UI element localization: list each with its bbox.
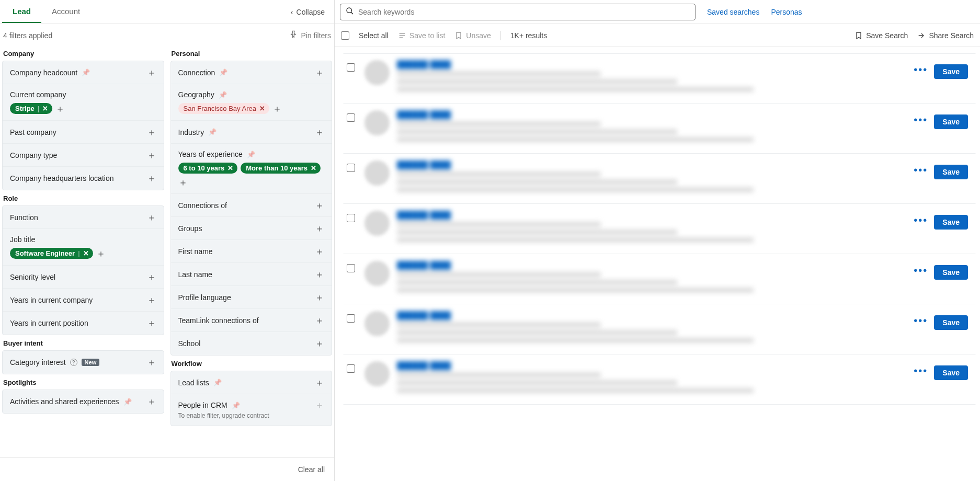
chip-software-engineer[interactable]: Software Engineer|✕ bbox=[10, 248, 93, 259]
more-actions-icon[interactable]: ••• bbox=[914, 114, 928, 125]
result-row[interactable]: ██████ ████ ••• Save bbox=[343, 53, 976, 104]
search-box[interactable] bbox=[340, 4, 696, 20]
remove-chip-icon[interactable]: ✕ bbox=[259, 105, 265, 112]
result-row[interactable]: ██████ ████ ••• Save bbox=[343, 104, 976, 154]
add-icon[interactable]: ＋ bbox=[315, 270, 324, 279]
add-icon[interactable]: ＋ bbox=[147, 151, 156, 160]
result-row[interactable]: ██████ ████ ••• Save bbox=[343, 254, 976, 304]
add-icon[interactable]: ＋ bbox=[147, 358, 156, 367]
add-icon[interactable]: ＋ bbox=[272, 104, 282, 113]
save-button[interactable]: Save bbox=[934, 64, 968, 79]
filter-seniority[interactable]: Seniority level ＋ bbox=[3, 266, 164, 289]
tab-account[interactable]: Account bbox=[41, 1, 90, 23]
add-icon[interactable]: ＋ bbox=[315, 316, 324, 325]
add-icon[interactable]: ＋ bbox=[178, 178, 188, 187]
filter-connection[interactable]: Connection📌 ＋ bbox=[171, 61, 332, 84]
add-icon[interactable]: ＋ bbox=[315, 247, 324, 256]
add-icon[interactable]: ＋ bbox=[147, 295, 156, 305]
save-to-list-button[interactable]: Save to list bbox=[398, 31, 445, 40]
save-button[interactable]: Save bbox=[934, 165, 968, 179]
result-checkbox[interactable] bbox=[347, 113, 355, 122]
add-icon[interactable]: ＋ bbox=[147, 68, 156, 77]
save-button[interactable]: Save bbox=[934, 265, 968, 280]
result-checkbox[interactable] bbox=[347, 314, 355, 323]
filter-past-company[interactable]: Past company ＋ bbox=[3, 121, 164, 144]
result-row[interactable]: ██████ ████ ••• Save bbox=[343, 304, 976, 354]
filter-geography[interactable]: Geography📌 San Francisco Bay Area ✕ ＋ bbox=[171, 84, 332, 121]
add-icon[interactable]: ＋ bbox=[147, 318, 156, 328]
add-icon[interactable]: ＋ bbox=[147, 272, 156, 282]
more-actions-icon[interactable]: ••• bbox=[914, 64, 928, 75]
result-row[interactable]: ██████ ████ ••• Save bbox=[343, 154, 976, 204]
filter-company-hq[interactable]: Company headquarters location ＋ bbox=[3, 167, 164, 190]
add-icon[interactable]: ＋ bbox=[147, 128, 156, 137]
save-button[interactable]: Save bbox=[934, 365, 968, 380]
save-button[interactable]: Save bbox=[934, 215, 968, 230]
result-row[interactable]: ██████ ████ ••• Save bbox=[343, 204, 976, 254]
remove-chip-icon[interactable]: ✕ bbox=[311, 164, 316, 172]
filter-years-experience[interactable]: Years of experience📌 6 to 10 years✕ More… bbox=[171, 144, 332, 194]
filter-first-name[interactable]: First name ＋ bbox=[171, 240, 332, 263]
result-checkbox[interactable] bbox=[347, 264, 355, 272]
add-icon[interactable]: ＋ bbox=[315, 68, 324, 77]
add-icon[interactable]: ＋ bbox=[315, 378, 324, 387]
help-icon[interactable]: ? bbox=[70, 359, 77, 366]
save-button[interactable]: Save bbox=[934, 315, 968, 330]
remove-chip-icon[interactable]: ✕ bbox=[227, 164, 233, 172]
tab-lead[interactable]: Lead bbox=[2, 1, 41, 23]
remove-chip-icon[interactable]: ✕ bbox=[42, 105, 48, 112]
add-icon[interactable]: ＋ bbox=[315, 293, 324, 302]
add-icon[interactable]: ＋ bbox=[147, 213, 156, 222]
filter-company-headcount[interactable]: Company headcount📌 ＋ bbox=[3, 61, 164, 84]
select-all-button[interactable]: Select all bbox=[359, 31, 389, 40]
save-search-button[interactable]: Save Search bbox=[854, 31, 908, 40]
result-checkbox[interactable] bbox=[347, 364, 355, 373]
filter-years-current-company[interactable]: Years in current company ＋ bbox=[3, 289, 164, 312]
filter-lead-lists[interactable]: Lead lists📌 ＋ bbox=[171, 371, 332, 394]
saved-searches-link[interactable]: Saved searches bbox=[707, 8, 759, 16]
chip-6-to-10-years[interactable]: 6 to 10 years✕ bbox=[178, 163, 238, 174]
filter-groups[interactable]: Groups ＋ bbox=[171, 217, 332, 240]
filter-current-company[interactable]: Current company Stripe|✕ ＋ bbox=[3, 84, 164, 121]
add-icon[interactable]: ＋ bbox=[147, 174, 156, 183]
filter-function[interactable]: Function ＋ bbox=[3, 206, 164, 229]
filter-years-current-position[interactable]: Years in current position ＋ bbox=[3, 312, 164, 335]
select-all-checkbox[interactable] bbox=[341, 31, 349, 40]
collapse-button[interactable]: ‹ Collapse bbox=[283, 5, 332, 19]
result-checkbox[interactable] bbox=[347, 164, 355, 172]
more-actions-icon[interactable]: ••• bbox=[914, 165, 928, 175]
result-checkbox[interactable] bbox=[347, 63, 355, 72]
filter-job-title[interactable]: Job title Software Engineer|✕ ＋ bbox=[3, 229, 164, 266]
add-icon[interactable]: ＋ bbox=[315, 224, 324, 233]
add-icon[interactable]: ＋ bbox=[315, 339, 324, 348]
personas-link[interactable]: Personas bbox=[771, 8, 802, 16]
chip-sf-bay-area[interactable]: San Francisco Bay Area ✕ bbox=[178, 103, 269, 114]
add-icon[interactable]: ＋ bbox=[315, 201, 324, 210]
more-actions-icon[interactable]: ••• bbox=[914, 315, 928, 326]
pin-filters-button[interactable]: Pin filters bbox=[289, 30, 331, 40]
unsave-button[interactable]: Unsave bbox=[454, 31, 491, 40]
filter-last-name[interactable]: Last name ＋ bbox=[171, 263, 332, 286]
result-checkbox[interactable] bbox=[347, 214, 355, 222]
add-icon[interactable]: ＋ bbox=[315, 128, 324, 137]
clear-all-button[interactable]: Clear all bbox=[298, 465, 325, 474]
more-actions-icon[interactable]: ••• bbox=[914, 265, 928, 276]
add-icon[interactable]: ＋ bbox=[55, 104, 65, 113]
chip-stripe[interactable]: Stripe|✕ bbox=[10, 103, 52, 114]
chip-more-than-10-years[interactable]: More than 10 years✕ bbox=[241, 163, 321, 174]
add-icon[interactable]: ＋ bbox=[147, 397, 156, 406]
filter-connections-of[interactable]: Connections of ＋ bbox=[171, 194, 332, 217]
save-button[interactable]: Save bbox=[934, 114, 968, 129]
filter-activities[interactable]: Activities and shared experiences📌 ＋ bbox=[3, 390, 164, 413]
filter-company-type[interactable]: Company type ＋ bbox=[3, 144, 164, 167]
filter-profile-language[interactable]: Profile language ＋ bbox=[171, 286, 332, 309]
share-search-button[interactable]: Share Search bbox=[917, 31, 974, 40]
filter-school[interactable]: School ＋ bbox=[171, 332, 332, 355]
remove-chip-icon[interactable]: ✕ bbox=[83, 249, 89, 257]
result-row[interactable]: ██████ ████ ••• Save bbox=[343, 354, 976, 405]
search-input[interactable] bbox=[358, 8, 690, 16]
more-actions-icon[interactable]: ••• bbox=[914, 365, 928, 376]
filter-category-interest[interactable]: Category interest ? New ＋ bbox=[3, 351, 164, 374]
more-actions-icon[interactable]: ••• bbox=[914, 215, 928, 225]
filter-industry[interactable]: Industry📌 ＋ bbox=[171, 121, 332, 144]
